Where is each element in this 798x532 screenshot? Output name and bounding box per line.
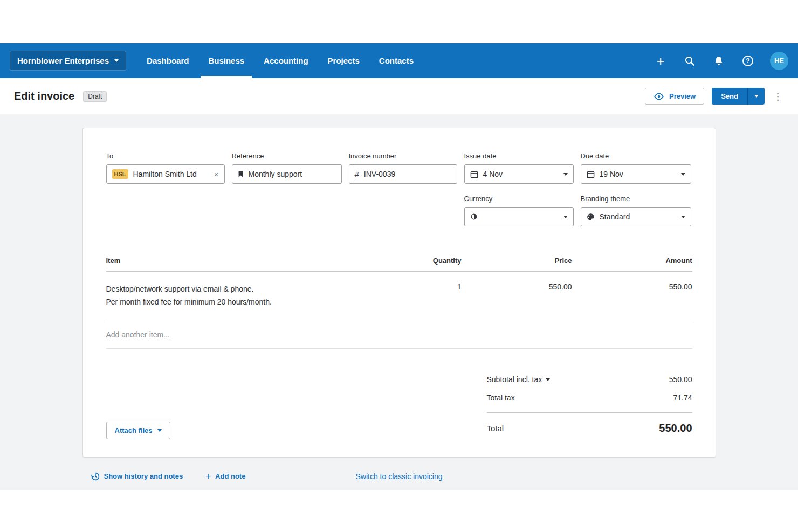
calendar-icon — [587, 170, 595, 178]
palette-icon — [587, 213, 595, 221]
add-new-button[interactable]: + — [653, 54, 668, 68]
currency-select[interactable] — [464, 207, 574, 226]
nav-item-contacts[interactable]: Contacts — [369, 43, 423, 78]
invoice-card: To HSL Hamilton Smith Ltd × Reference Mo… — [82, 128, 716, 458]
nav-item-projects[interactable]: Projects — [318, 43, 369, 78]
status-badge: Draft — [83, 91, 107, 102]
totals-block: Subtotal incl. tax 550.00 Total tax 71.7… — [487, 370, 692, 439]
to-field-cell: To HSL Hamilton Smith Ltd × — [106, 152, 225, 184]
contact-initials-badge: HSL — [112, 169, 128, 179]
total-tax-row: Total tax 71.74 — [487, 389, 692, 407]
chevron-down-icon — [754, 95, 759, 98]
contact-name: Hamilton Smith Ltd — [133, 170, 197, 178]
branding-theme-select[interactable]: Standard — [581, 207, 691, 226]
table-row[interactable]: Desktop/network support via email & phon… — [106, 272, 692, 321]
item-amount: 550.00 — [572, 282, 692, 308]
send-button[interactable]: Send — [712, 88, 747, 105]
issue-date-picker[interactable]: 4 Nov — [464, 164, 574, 184]
column-header-price: Price — [462, 257, 572, 265]
column-header-item: Item — [106, 257, 402, 265]
switch-classic-link[interactable]: Switch to classic invoicing — [355, 472, 442, 481]
nav-item-accounting[interactable]: Accounting — [254, 43, 318, 78]
page-content: To HSL Hamilton Smith Ltd × Reference Mo… — [0, 114, 798, 490]
chevron-down-icon — [546, 378, 550, 381]
currency-field-cell: Currency — [464, 195, 574, 226]
coin-icon — [470, 213, 478, 220]
add-note-label: Add note — [215, 472, 245, 480]
notifications-button[interactable] — [712, 54, 726, 68]
user-avatar[interactable]: HE — [770, 52, 788, 70]
reference-input[interactable]: Monthly support — [232, 164, 342, 184]
subtotal-dropdown[interactable]: Subtotal incl. tax — [487, 375, 551, 384]
card-bottom-section: Attach files Subtotal incl. tax 550.00 T… — [106, 370, 692, 439]
attach-files-label: Attach files — [115, 426, 153, 434]
reference-value: Monthly support — [249, 170, 302, 178]
total-label: Total — [487, 424, 504, 433]
page-title: Edit invoice — [14, 90, 74, 102]
contact-field[interactable]: HSL Hamilton Smith Ltd × — [106, 164, 225, 184]
subtotal-label: Subtotal incl. tax — [487, 375, 542, 384]
send-split-button: Send — [712, 88, 765, 105]
due-date-label: Due date — [581, 152, 691, 160]
chevron-down-icon — [681, 216, 685, 218]
top-margin — [0, 0, 798, 43]
nav-item-business[interactable]: Business — [198, 43, 254, 78]
branding-theme-value: Standard — [600, 212, 630, 221]
calendar-icon — [470, 170, 478, 178]
org-name: Hornblower Enterprises — [17, 56, 109, 65]
chevron-down-icon — [114, 59, 119, 62]
currency-label: Currency — [464, 195, 574, 203]
show-history-label: Show history and notes — [104, 472, 183, 480]
attach-files-button[interactable]: Attach files — [106, 422, 170, 439]
column-header-amount: Amount — [572, 257, 692, 265]
search-icon — [684, 56, 695, 66]
eye-icon — [653, 93, 664, 100]
invoice-number-field-cell: Invoice number # INV-0039 — [349, 152, 457, 184]
total-tax-value: 71.74 — [673, 393, 692, 402]
nav-item-dashboard[interactable]: Dashboard — [137, 43, 198, 78]
hash-icon: # — [355, 170, 359, 179]
preview-button[interactable]: Preview — [645, 88, 704, 105]
subtotal-row: Subtotal incl. tax 550.00 — [487, 370, 692, 389]
total-tax-label: Total tax — [487, 393, 515, 402]
plus-icon: + — [205, 472, 211, 481]
item-description: Desktop/network support via email & phon… — [106, 282, 402, 308]
nav-icon-group: + ? HE — [653, 52, 788, 70]
preview-label: Preview — [669, 92, 696, 100]
avatar-initials: HE — [774, 57, 784, 65]
invoice-number-label: Invoice number — [349, 152, 457, 160]
history-clock-icon — [91, 472, 100, 481]
help-button[interactable]: ? — [741, 54, 755, 68]
due-date-value: 19 Nov — [600, 170, 623, 178]
branding-theme-label: Branding theme — [581, 195, 691, 203]
total-value: 550.00 — [659, 422, 692, 434]
plus-icon: + — [656, 54, 664, 68]
item-description-line2: Per month fixed fee for minimum 20 hours… — [106, 295, 402, 308]
due-date-picker[interactable]: 19 Nov — [581, 164, 691, 184]
reference-label: Reference — [232, 152, 342, 160]
send-options-button[interactable] — [747, 88, 765, 105]
to-label: To — [106, 152, 225, 160]
issue-date-value: 4 Nov — [483, 170, 503, 178]
help-icon: ? — [742, 56, 753, 66]
column-header-quantity: Quantity — [402, 257, 462, 265]
search-button[interactable] — [683, 54, 697, 68]
subtotal-value: 550.00 — [669, 375, 692, 384]
chevron-down-icon — [681, 173, 685, 176]
more-options-button[interactable]: ⋮ — [772, 91, 784, 102]
issue-date-field-cell: Issue date 4 Nov — [464, 152, 574, 184]
reference-field-cell: Reference Monthly support — [232, 152, 342, 184]
org-selector[interactable]: Hornblower Enterprises — [10, 51, 126, 71]
chevron-down-icon — [563, 173, 568, 176]
remove-contact-icon[interactable]: × — [214, 170, 219, 179]
item-price: 550.00 — [462, 282, 572, 308]
add-item-row[interactable]: Add another item... — [106, 321, 692, 349]
line-items-header: Item Quantity Price Amount — [106, 257, 692, 272]
primary-nav: Dashboard Business Accounting Projects C… — [137, 43, 423, 78]
bookmark-icon — [238, 170, 244, 178]
invoice-number-input[interactable]: # INV-0039 — [349, 164, 457, 184]
due-date-field-cell: Due date 19 Nov — [581, 152, 691, 184]
page-header: Edit invoice Draft Preview Send ⋮ — [0, 78, 798, 114]
show-history-link[interactable]: Show history and notes — [91, 472, 183, 481]
add-note-link[interactable]: + Add note — [205, 472, 245, 481]
